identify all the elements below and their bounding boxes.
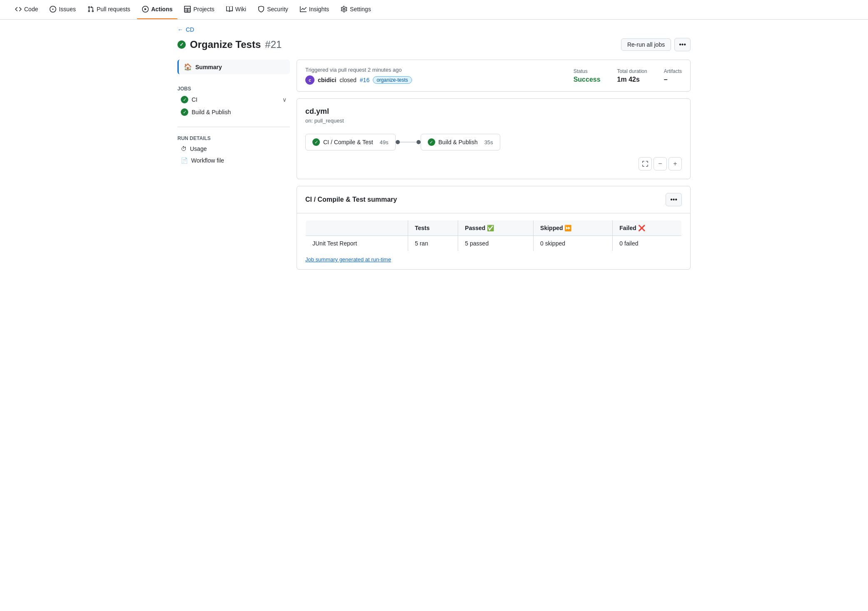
duration-value: 1m 42s [617,76,647,83]
page-container: ← CD ✓ Organize Tests #21 Re-run all job… [167,20,701,276]
workflow-subtitle: on: pull_request [305,118,682,124]
connector [396,140,421,144]
nav-actions[interactable]: Actions [137,0,177,19]
sidebar: 🏠 Summary Jobs ✓ CI ∨ ✓ Build & Publi [177,60,290,270]
summary-card: CI / Compile & Test summary ••• Tests Pa… [297,186,691,270]
sidebar-item-workflow-file[interactable]: 📄 Workflow file [177,155,290,166]
header-actions: Re-run all jobs ••• [621,38,691,51]
ci-node-duration: 49s [380,139,389,145]
trigger-pr-ref[interactable]: #16 [360,77,369,83]
nav-wiki[interactable]: Wiki [221,0,251,19]
nav-settings-label: Settings [350,6,371,13]
job-node-build[interactable]: ✓ Build & Publish 35s [421,134,500,150]
nav-projects-label: Projects [193,6,215,13]
nav-settings[interactable]: Settings [336,0,376,19]
sidebar-item-usage[interactable]: ⏱ Usage [177,143,290,155]
col-passed: Passed ✅ [458,220,534,236]
summary-card-title: CI / Compile & Test summary [305,196,397,203]
test-results-table: Tests Passed ✅ Skipped ⏩ Failed ❌ JUnit … [305,220,682,251]
nav-security-label: Security [267,6,288,13]
sidebar-ci-left: ✓ CI [181,96,197,103]
nav-pull-requests-label: Pull requests [97,6,130,13]
back-arrow-icon: ← [177,26,183,33]
nav-code[interactable]: Code [10,0,43,19]
sidebar-summary-section: 🏠 Summary [177,60,290,74]
trigger-main: Triggered via pull request 2 minutes ago… [305,67,557,85]
ci-expand-icon: ∨ [282,96,287,103]
home-icon: 🏠 [184,63,192,71]
trigger-details: c cbidici closed #16 organize-tests [305,75,557,85]
nav-pull-requests[interactable]: Pull requests [82,0,135,19]
nav-insights[interactable]: Insights [295,0,334,19]
sidebar-item-ci[interactable]: ✓ CI ∨ [177,93,290,106]
workflow-controls: − + [305,157,682,170]
nav-security[interactable]: Security [253,0,293,19]
run-title: Organize Tests [190,39,261,50]
breadcrumb[interactable]: ← CD [177,26,691,33]
branch-tag[interactable]: organize-tests [373,76,412,84]
sidebar-item-build-publish[interactable]: ✓ Build & Publish [177,106,290,118]
row-skipped: 0 skipped [534,236,613,251]
sidebar-usage-label: Usage [190,145,207,152]
table-header-row: Tests Passed ✅ Skipped ⏩ Failed ❌ [306,220,682,236]
rerun-all-jobs-button[interactable]: Re-run all jobs [621,38,671,51]
nav-wiki-label: Wiki [235,6,246,13]
nav-issues-label: Issues [59,6,75,13]
row-tests: 5 ran [408,236,458,251]
build-node-check-icon: ✓ [428,138,435,146]
job-node-build-label: Build & Publish [439,139,478,145]
sidebar-workflow-label: Workflow file [191,157,224,164]
run-number: #21 [265,39,282,50]
job-node-ci[interactable]: ✓ CI / Compile & Test 49s [305,134,396,150]
status-block: Status Success [574,68,601,83]
artifacts-label: Artifacts [664,68,682,74]
row-passed: 5 passed [458,236,534,251]
sidebar-run-details-title: Run details [177,132,290,143]
avatar: c [305,75,314,85]
nav-issues[interactable]: Issues [45,0,80,19]
duration-label: Total duration [617,68,647,74]
main-layout: 🏠 Summary Jobs ✓ CI ∨ ✓ Build & Publi [177,60,691,270]
circle-dot-icon [50,6,56,13]
row-failed: 0 failed [613,236,682,251]
connector-dot-left [396,140,400,144]
graph-icon [300,6,307,13]
zoom-in-button[interactable]: + [668,157,682,170]
summary-card-body: Tests Passed ✅ Skipped ⏩ Failed ❌ JUnit … [297,213,690,269]
success-check-icon: ✓ [177,40,186,49]
artifacts-value: – [664,76,682,83]
nav-actions-label: Actions [151,6,172,13]
status-label: Status [574,68,601,74]
trigger-action: closed [339,77,356,83]
col-failed: Failed ❌ [613,220,682,236]
status-value: Success [574,76,601,83]
nav-projects[interactable]: Projects [179,0,219,19]
artifacts-block: Artifacts – [664,68,682,83]
job-summary-note[interactable]: Job summary generated at run-time [305,256,682,263]
col-tests: Tests [408,220,458,236]
top-navigation: Code Issues Pull requests Actions [0,0,868,20]
sidebar-run-details-section: Run details ⏱ Usage 📄 Workflow file [177,132,290,166]
sidebar-divider [177,127,290,127]
trigger-actor: cbidici [318,77,336,83]
page-title: ✓ Organize Tests #21 [177,39,282,50]
job-node-ci-label: CI / Compile & Test [323,139,373,145]
fullscreen-button[interactable] [639,157,652,170]
page-header: ✓ Organize Tests #21 Re-run all jobs ••• [177,38,691,51]
nav-code-label: Code [24,6,38,13]
gear-icon [341,6,347,13]
more-options-button[interactable]: ••• [674,38,691,51]
sidebar-build-left: ✓ Build & Publish [181,108,231,116]
zoom-out-button[interactable]: − [653,157,667,170]
workflow-card: cd.yml on: pull_request ✓ CI / Compile &… [297,98,691,179]
shield-icon [258,6,264,13]
connector-bar [400,142,417,143]
build-check-icon: ✓ [181,108,188,116]
col-skipped: Skipped ⏩ [534,220,613,236]
sidebar-jobs-section: Jobs ✓ CI ∨ ✓ Build & Publish [177,83,290,118]
nav-insights-label: Insights [309,6,329,13]
trigger-card-body: Triggered via pull request 2 minutes ago… [297,60,690,91]
summary-more-button[interactable]: ••• [666,193,682,206]
duration-block: Total duration 1m 42s [617,68,647,83]
sidebar-item-summary[interactable]: 🏠 Summary [177,60,290,74]
